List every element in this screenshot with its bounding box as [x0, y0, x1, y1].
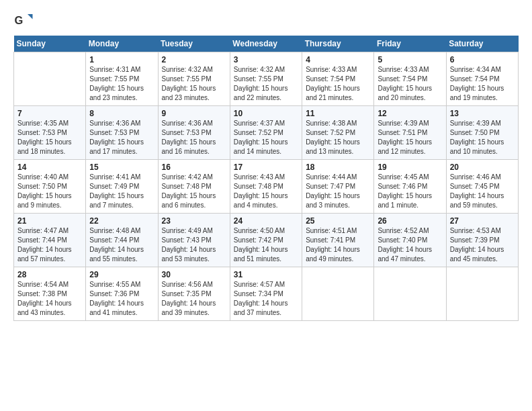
day-info: Sunrise: 4:40 AM Sunset: 7:50 PM Dayligh…: [17, 173, 82, 210]
weekday-header: Wednesday: [230, 36, 302, 52]
day-number: 19: [378, 163, 442, 172]
day-number: 25: [306, 216, 370, 226]
day-number: 30: [162, 270, 226, 279]
table-row: 6Sunrise: 4:34 AM Sunset: 7:54 PM Daylig…: [446, 52, 518, 106]
table-row: 1Sunrise: 4:31 AM Sunset: 7:55 PM Daylig…: [86, 52, 158, 106]
day-number: 27: [450, 216, 515, 226]
weekday-header: Saturday: [446, 36, 518, 52]
day-info: Sunrise: 4:31 AM Sunset: 7:55 PM Dayligh…: [89, 65, 154, 103]
day-number: 22: [89, 216, 154, 226]
weekday-header: Friday: [374, 36, 446, 52]
day-number: 9: [162, 109, 226, 118]
day-info: Sunrise: 4:39 AM Sunset: 7:51 PM Dayligh…: [378, 119, 442, 156]
table-row: 30Sunrise: 4:56 AM Sunset: 7:35 PM Dayli…: [158, 267, 230, 321]
weekday-header: Thursday: [302, 36, 374, 52]
day-info: Sunrise: 4:45 AM Sunset: 7:46 PM Dayligh…: [378, 173, 442, 210]
day-number: 10: [234, 109, 298, 118]
table-row: 2Sunrise: 4:32 AM Sunset: 7:55 PM Daylig…: [158, 52, 230, 106]
table-row: 25Sunrise: 4:51 AM Sunset: 7:41 PM Dayli…: [302, 214, 374, 267]
logo: G: [13, 10, 36, 30]
day-info: Sunrise: 4:36 AM Sunset: 7:53 PM Dayligh…: [89, 119, 154, 156]
day-number: 14: [17, 163, 82, 172]
day-info: Sunrise: 4:56 AM Sunset: 7:35 PM Dayligh…: [162, 280, 226, 318]
table-row: 31Sunrise: 4:57 AM Sunset: 7:34 PM Dayli…: [230, 267, 302, 321]
day-info: Sunrise: 4:52 AM Sunset: 7:40 PM Dayligh…: [378, 226, 442, 264]
day-number: 17: [234, 163, 298, 172]
day-number: 6: [450, 55, 515, 64]
svg-marker-1: [28, 14, 33, 19]
day-number: 28: [17, 270, 82, 279]
table-row: 20Sunrise: 4:46 AM Sunset: 7:45 PM Dayli…: [446, 160, 518, 214]
weekday-header: Monday: [86, 36, 158, 52]
calendar-week-row: 14Sunrise: 4:40 AM Sunset: 7:50 PM Dayli…: [14, 160, 519, 214]
day-info: Sunrise: 4:42 AM Sunset: 7:48 PM Dayligh…: [162, 173, 226, 210]
calendar-week-row: 7Sunrise: 4:35 AM Sunset: 7:53 PM Daylig…: [14, 106, 519, 160]
day-number: 16: [162, 163, 226, 172]
day-info: Sunrise: 4:57 AM Sunset: 7:34 PM Dayligh…: [234, 280, 298, 318]
day-number: 23: [162, 216, 226, 226]
table-row: 15Sunrise: 4:41 AM Sunset: 7:49 PM Dayli…: [86, 160, 158, 214]
table-row: 19Sunrise: 4:45 AM Sunset: 7:46 PM Dayli…: [374, 160, 446, 214]
table-row: 26Sunrise: 4:52 AM Sunset: 7:40 PM Dayli…: [374, 214, 446, 267]
table-row: 12Sunrise: 4:39 AM Sunset: 7:51 PM Dayli…: [374, 106, 446, 160]
day-number: 8: [89, 109, 154, 118]
day-info: Sunrise: 4:32 AM Sunset: 7:55 PM Dayligh…: [234, 65, 298, 103]
table-row: 27Sunrise: 4:53 AM Sunset: 7:39 PM Dayli…: [446, 214, 518, 267]
weekday-header-row: SundayMondayTuesdayWednesdayThursdayFrid…: [14, 36, 519, 52]
table-row: [374, 267, 446, 321]
day-info: Sunrise: 4:33 AM Sunset: 7:54 PM Dayligh…: [306, 65, 370, 103]
table-row: [14, 52, 86, 106]
day-info: Sunrise: 4:39 AM Sunset: 7:50 PM Dayligh…: [450, 119, 515, 156]
table-row: 21Sunrise: 4:47 AM Sunset: 7:44 PM Dayli…: [14, 214, 86, 267]
table-row: 8Sunrise: 4:36 AM Sunset: 7:53 PM Daylig…: [86, 106, 158, 160]
weekday-header: Tuesday: [158, 36, 230, 52]
day-info: Sunrise: 4:32 AM Sunset: 7:55 PM Dayligh…: [162, 65, 226, 103]
table-row: [302, 267, 374, 321]
table-row: 28Sunrise: 4:54 AM Sunset: 7:38 PM Dayli…: [14, 267, 86, 321]
table-row: 10Sunrise: 4:37 AM Sunset: 7:52 PM Dayli…: [230, 106, 302, 160]
table-row: 16Sunrise: 4:42 AM Sunset: 7:48 PM Dayli…: [158, 160, 230, 214]
day-number: 24: [234, 216, 298, 226]
table-row: 9Sunrise: 4:36 AM Sunset: 7:53 PM Daylig…: [158, 106, 230, 160]
day-info: Sunrise: 4:48 AM Sunset: 7:44 PM Dayligh…: [89, 226, 154, 264]
calendar-week-row: 28Sunrise: 4:54 AM Sunset: 7:38 PM Dayli…: [14, 267, 519, 321]
day-info: Sunrise: 4:46 AM Sunset: 7:45 PM Dayligh…: [450, 173, 515, 210]
day-number: 18: [306, 163, 370, 172]
day-info: Sunrise: 4:37 AM Sunset: 7:52 PM Dayligh…: [234, 119, 298, 156]
day-number: 12: [378, 109, 442, 118]
day-info: Sunrise: 4:41 AM Sunset: 7:49 PM Dayligh…: [89, 173, 154, 210]
day-number: 20: [450, 163, 515, 172]
calendar-week-row: 1Sunrise: 4:31 AM Sunset: 7:55 PM Daylig…: [14, 52, 519, 106]
day-info: Sunrise: 4:44 AM Sunset: 7:47 PM Dayligh…: [306, 173, 370, 210]
day-number: 29: [89, 270, 154, 279]
day-number: 2: [162, 55, 226, 64]
table-row: 17Sunrise: 4:43 AM Sunset: 7:48 PM Dayli…: [230, 160, 302, 214]
day-number: 26: [378, 216, 442, 226]
day-number: 11: [306, 109, 370, 118]
day-info: Sunrise: 4:49 AM Sunset: 7:43 PM Dayligh…: [162, 226, 226, 264]
table-row: 3Sunrise: 4:32 AM Sunset: 7:55 PM Daylig…: [230, 52, 302, 106]
day-number: 7: [17, 109, 82, 118]
day-number: 4: [306, 55, 370, 64]
day-info: Sunrise: 4:54 AM Sunset: 7:38 PM Dayligh…: [17, 280, 82, 318]
calendar-table: SundayMondayTuesdayWednesdayThursdayFrid…: [13, 36, 519, 321]
table-row: 11Sunrise: 4:38 AM Sunset: 7:52 PM Dayli…: [302, 106, 374, 160]
weekday-header: Sunday: [14, 36, 86, 52]
table-row: 22Sunrise: 4:48 AM Sunset: 7:44 PM Dayli…: [86, 214, 158, 267]
day-number: 13: [450, 109, 515, 118]
table-row: 5Sunrise: 4:33 AM Sunset: 7:54 PM Daylig…: [374, 52, 446, 106]
day-info: Sunrise: 4:33 AM Sunset: 7:54 PM Dayligh…: [378, 65, 442, 103]
day-info: Sunrise: 4:36 AM Sunset: 7:53 PM Dayligh…: [162, 119, 226, 156]
table-row: 29Sunrise: 4:55 AM Sunset: 7:36 PM Dayli…: [86, 267, 158, 321]
day-info: Sunrise: 4:55 AM Sunset: 7:36 PM Dayligh…: [89, 280, 154, 318]
table-row: 24Sunrise: 4:50 AM Sunset: 7:42 PM Dayli…: [230, 214, 302, 267]
table-row: 4Sunrise: 4:33 AM Sunset: 7:54 PM Daylig…: [302, 52, 374, 106]
day-number: 1: [89, 55, 154, 64]
day-number: 15: [89, 163, 154, 172]
day-info: Sunrise: 4:34 AM Sunset: 7:54 PM Dayligh…: [450, 65, 515, 103]
calendar-week-row: 21Sunrise: 4:47 AM Sunset: 7:44 PM Dayli…: [14, 214, 519, 267]
table-row: 14Sunrise: 4:40 AM Sunset: 7:50 PM Dayli…: [14, 160, 86, 214]
day-info: Sunrise: 4:47 AM Sunset: 7:44 PM Dayligh…: [17, 226, 82, 264]
day-info: Sunrise: 4:50 AM Sunset: 7:42 PM Dayligh…: [234, 226, 298, 264]
day-number: 5: [378, 55, 442, 64]
